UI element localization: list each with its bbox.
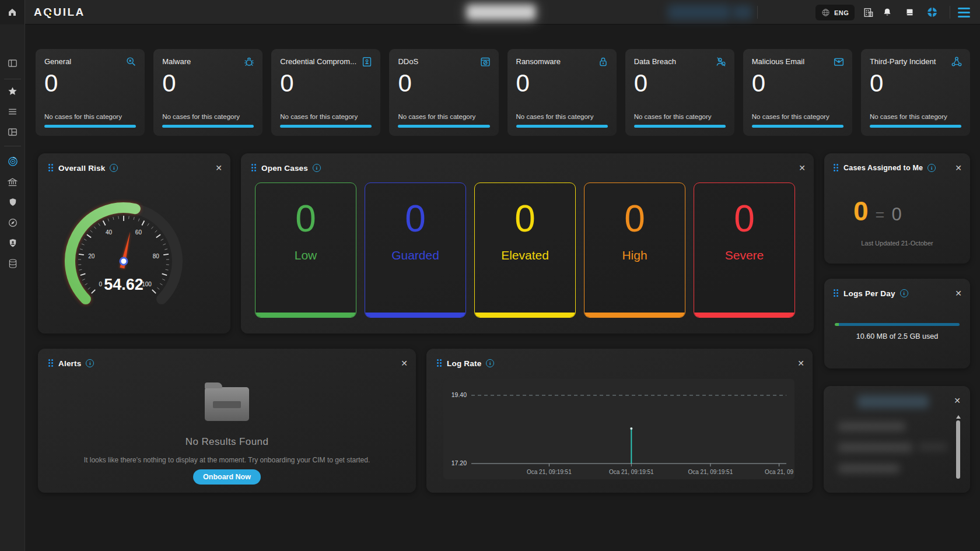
- info-icon[interactable]: [486, 359, 494, 367]
- drag-handle-icon[interactable]: [251, 164, 257, 173]
- drag-handle-icon[interactable]: [48, 164, 54, 173]
- sidebar-item-protection[interactable]: [0, 194, 25, 211]
- severity-card-high[interactable]: 0High: [584, 183, 685, 318]
- drag-handle-icon[interactable]: [834, 289, 839, 298]
- redacted-page-title: [467, 5, 536, 20]
- risk-gauge: 02040608010054.62: [38, 177, 230, 328]
- sidebar-item-explore[interactable]: [0, 214, 25, 231]
- last-updated-note: Last Updated 21-October: [824, 240, 970, 247]
- notifications-button[interactable]: [881, 6, 893, 18]
- close-icon[interactable]: [799, 164, 806, 172]
- category-card-third-party-incident[interactable]: Third-Party Incident0No cases for this c…: [861, 49, 970, 136]
- category-card-credential-comprom[interactable]: Credential Comprom...0No cases for this …: [271, 49, 380, 136]
- log-rate-widget: Log Rate 19.4017.20Oca 21, 09:19:51Oca 2…: [426, 349, 813, 493]
- category-card-malware[interactable]: Malware0No cases for this category: [153, 49, 262, 136]
- drag-handle-icon[interactable]: [834, 164, 839, 173]
- category-label: General: [44, 57, 129, 66]
- category-empty-text: No cases for this category: [280, 113, 358, 120]
- severity-count: 0: [256, 198, 356, 239]
- close-icon[interactable]: [797, 359, 804, 367]
- severity-card-row: 0Low0Guarded0Elevated0High0Severe: [255, 183, 795, 318]
- svg-text:17.20: 17.20: [452, 459, 467, 466]
- home-button[interactable]: [0, 0, 25, 24]
- severity-label: Severe: [694, 248, 794, 262]
- open-cases-widget: Open Cases 0Low0Guarded0Elevated0High0Se…: [241, 153, 814, 334]
- category-progress-bar: [634, 125, 726, 128]
- assigned-secondary-count: 0: [891, 204, 901, 225]
- severity-bottom-bar: [584, 313, 685, 317]
- app-logo-text: AQUILA: [34, 6, 85, 18]
- drag-handle-icon[interactable]: [48, 359, 54, 368]
- scrollbar-thumb: [956, 420, 960, 479]
- support-lifebuoy-icon: [926, 6, 938, 18]
- close-icon[interactable]: [955, 164, 962, 172]
- onboard-now-button[interactable]: Onboard Now: [193, 469, 261, 485]
- category-card-malicious-email[interactable]: Malicious Email0No cases for this catego…: [743, 49, 852, 136]
- globe-icon: [821, 8, 830, 17]
- svg-text:Oca 21, 09:19:51: Oca 21, 09:19:51: [609, 469, 654, 475]
- svg-text:Oca 21, 09: Oca 21, 09: [765, 469, 793, 475]
- widget-title: Log Rate: [447, 359, 481, 368]
- category-count: 0: [280, 71, 372, 96]
- widget-title: Cases Assigned to Me: [844, 164, 923, 172]
- severity-label: Guarded: [365, 248, 466, 262]
- language-selector[interactable]: ENG: [816, 5, 855, 20]
- category-card-data-breach[interactable]: Data Breach0No cases for this category: [625, 49, 734, 136]
- redacted-row: [838, 422, 905, 431]
- log-usage-progressbar: [835, 323, 960, 326]
- info-icon[interactable]: [86, 359, 94, 367]
- close-icon[interactable]: [401, 359, 408, 367]
- divider: [4, 79, 21, 79]
- info-icon[interactable]: [900, 289, 908, 297]
- organization-button[interactable]: [862, 6, 874, 18]
- support-button[interactable]: [926, 6, 938, 18]
- sidebar-item-identity[interactable]: [0, 234, 25, 252]
- category-card-general[interactable]: General0No cases for this category: [36, 49, 145, 136]
- left-sidebar: [0, 24, 25, 551]
- redacted-topbar-item: [668, 5, 731, 20]
- log-usage-text: 10.60 MB of 2.5 GB used: [824, 332, 970, 341]
- sidebar-item-institution[interactable]: [0, 173, 25, 191]
- redacted-widget: [824, 386, 970, 493]
- severity-label: Low: [256, 248, 356, 262]
- home-icon: [7, 7, 18, 17]
- severity-card-severe[interactable]: 0Severe: [694, 183, 795, 318]
- sidebar-item-dashboard-layout[interactable]: [0, 123, 25, 141]
- drag-handle-icon[interactable]: [437, 359, 442, 368]
- category-card-ddos[interactable]: DDoS0No cases for this category: [389, 49, 498, 136]
- empty-state-message: It looks like there's nothing to display…: [38, 456, 416, 464]
- scroll-up-icon: [956, 415, 961, 419]
- category-progress-bar: [280, 125, 372, 128]
- category-empty-text: No cases for this category: [752, 113, 830, 120]
- main-menu-button[interactable]: [958, 8, 970, 20]
- documentation-button[interactable]: [904, 6, 915, 18]
- category-card-row: General0No cases for this categoryMalwar…: [36, 49, 970, 136]
- usage-track: [839, 323, 960, 326]
- close-icon[interactable]: [955, 289, 962, 297]
- lock-icon: [597, 55, 610, 68]
- severity-card-low[interactable]: 0Low: [255, 183, 356, 318]
- severity-card-guarded[interactable]: 0Guarded: [365, 183, 466, 318]
- category-card-ransomware[interactable]: Ransomware0No cases for this category: [508, 49, 617, 136]
- info-icon[interactable]: [928, 164, 936, 172]
- severity-card-elevated[interactable]: 0Elevated: [474, 183, 576, 318]
- sidebar-item-list[interactable]: [0, 103, 25, 120]
- search-x-icon: [125, 55, 138, 68]
- svg-text:80: 80: [153, 253, 160, 259]
- info-icon[interactable]: [110, 164, 118, 172]
- category-empty-text: No cases for this category: [516, 113, 594, 120]
- scrollbar[interactable]: [956, 415, 961, 486]
- category-label: Ransomware: [516, 57, 601, 66]
- sidebar-item-favorites[interactable]: [0, 82, 25, 100]
- info-icon[interactable]: [313, 164, 321, 172]
- logo-eye-icon: [48, 12, 52, 16]
- usage-start-segment: [835, 323, 839, 326]
- widget-title: Alerts: [58, 359, 81, 368]
- sidebar-item-radar-active[interactable]: [0, 153, 25, 170]
- assigned-count: 0: [853, 195, 869, 227]
- close-icon[interactable]: [215, 164, 222, 172]
- calendar-slash-icon: [479, 55, 492, 68]
- close-icon[interactable]: [954, 396, 961, 405]
- sidebar-item-data[interactable]: [0, 255, 25, 272]
- sidebar-item-panel[interactable]: [0, 54, 25, 72]
